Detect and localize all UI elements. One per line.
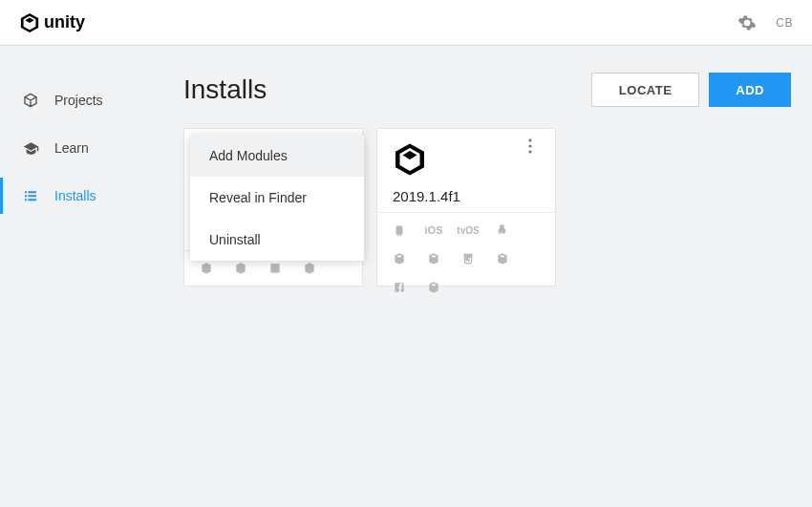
platform-icon — [232, 261, 249, 276]
topbar: unity CB — [0, 0, 812, 46]
android-icon — [391, 222, 408, 238]
sidebar-item-label: Projects — [54, 93, 103, 108]
linux-icon — [494, 222, 511, 238]
unity-platform-icon — [425, 280, 442, 295]
platform-icon — [301, 261, 318, 276]
sidebar-item-label: Learn — [54, 140, 89, 156]
main-content: Installs LOCATE ADD — [162, 46, 812, 507]
brand: unity — [19, 12, 85, 33]
card-context-menu: Add Modules Reveal in Finder Uninstall — [190, 135, 364, 261]
more-icon[interactable] — [528, 138, 547, 154]
unity-cube-icon — [19, 12, 40, 33]
install-card: 2019.1.4f1 iOS tvOS — [376, 128, 556, 286]
unity-platform-icon — [425, 251, 442, 266]
locate-button[interactable]: LOCATE — [591, 73, 699, 107]
platform-row: iOS tvOS — [377, 212, 555, 305]
unity-platform-icon — [494, 251, 511, 266]
list-icon — [22, 187, 39, 204]
sidebar: Projects Learn Installs — [0, 46, 162, 507]
platform-icon — [267, 261, 284, 276]
install-card: Add Modules Reveal in Finder Uninstall — [183, 128, 363, 286]
svg-point-2 — [528, 144, 531, 147]
menu-item-add-modules[interactable]: Add Modules — [190, 135, 364, 177]
svg-point-3 — [528, 150, 531, 153]
sidebar-item-installs[interactable]: Installs — [0, 178, 162, 214]
ios-icon: iOS — [425, 222, 442, 238]
unity-logo: unity — [19, 12, 85, 33]
sidebar-item-projects[interactable]: Projects — [0, 82, 162, 118]
svg-point-1 — [528, 138, 531, 141]
page-title: Installs — [183, 74, 267, 105]
html5-icon — [459, 251, 477, 266]
gear-icon[interactable] — [737, 13, 757, 32]
brand-text: unity — [44, 12, 85, 32]
unity-platform-icon — [391, 251, 408, 266]
user-avatar[interactable]: CB — [776, 16, 793, 30]
unity-cube-icon — [393, 142, 540, 177]
sidebar-item-label: Installs — [54, 188, 96, 203]
menu-item-uninstall[interactable]: Uninstall — [190, 219, 364, 261]
graduation-cap-icon — [22, 139, 39, 157]
platform-icon — [198, 261, 215, 276]
install-cards: Add Modules Reveal in Finder Uninstall 2… — [183, 128, 791, 286]
menu-item-reveal[interactable]: Reveal in Finder — [190, 177, 364, 219]
svg-rect-0 — [270, 264, 279, 272]
install-version: 2019.1.4f1 — [393, 188, 540, 204]
tvos-icon: tvOS — [459, 222, 477, 238]
sidebar-item-learn[interactable]: Learn — [0, 130, 162, 166]
add-button[interactable]: ADD — [709, 73, 791, 107]
cube-outline-icon — [22, 92, 39, 109]
facebook-icon — [391, 280, 408, 295]
